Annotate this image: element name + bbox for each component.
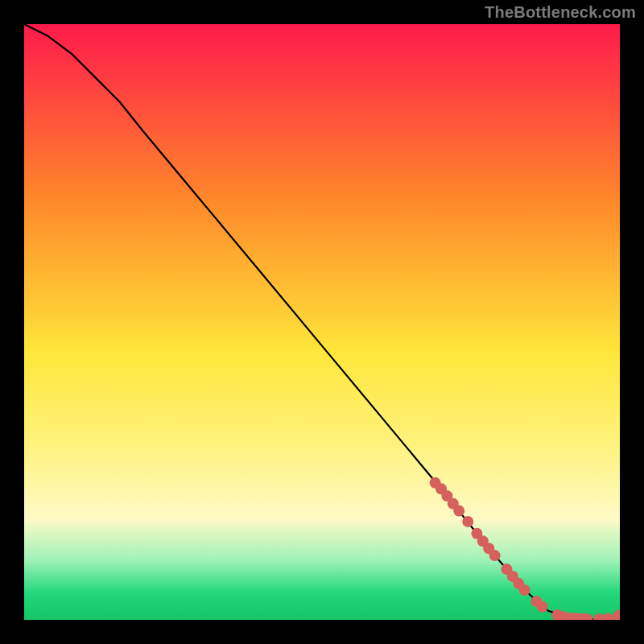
data-marker <box>519 584 530 596</box>
data-marker <box>453 506 464 517</box>
chart-frame: TheBottleneck.com <box>0 0 644 644</box>
data-marker <box>462 516 473 527</box>
plot-area <box>24 24 620 620</box>
data-marker <box>537 601 548 613</box>
data-marker <box>489 550 501 561</box>
chart-svg <box>24 24 620 620</box>
gradient-background <box>24 24 620 620</box>
attribution-text: TheBottleneck.com <box>485 3 636 22</box>
